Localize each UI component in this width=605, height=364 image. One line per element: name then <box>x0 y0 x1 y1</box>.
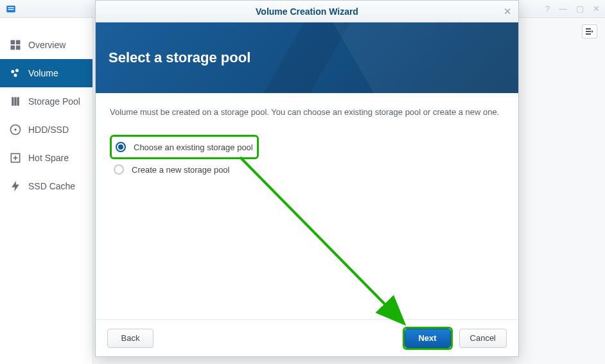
sidebar: Overview Volume Storage Pool HDD/SSD Hot… <box>0 18 93 364</box>
modal-footer: Back Next Cancel <box>96 319 518 356</box>
sidebar-item-ssd-cache[interactable]: SSD Cache <box>0 172 92 200</box>
back-button[interactable]: Back <box>107 329 153 348</box>
svg-rect-1 <box>8 7 14 8</box>
sidebar-item-label: Overview <box>28 40 66 50</box>
maximize-icon[interactable]: ▢ <box>576 4 584 13</box>
app-icon <box>5 3 17 15</box>
wizard-intro-text: Volume must be created on a storage pool… <box>110 107 504 117</box>
panel-toggle-icon <box>585 28 594 35</box>
sidebar-item-storage-pool[interactable]: Storage Pool <box>0 87 92 116</box>
radio-icon <box>114 164 124 175</box>
svg-rect-3 <box>11 40 15 45</box>
svg-point-14 <box>14 128 16 130</box>
hot-spare-icon <box>9 152 22 164</box>
svg-rect-2 <box>8 9 14 10</box>
sidebar-item-overview[interactable]: Overview <box>0 31 92 59</box>
ssd-cache-icon <box>9 180 22 193</box>
volume-creation-wizard-modal: Volume Creation Wizard ✕ Select a storag… <box>95 0 519 357</box>
sidebar-item-hdd-ssd[interactable]: HDD/SSD <box>0 116 92 144</box>
sidebar-item-volume[interactable]: Volume <box>0 59 92 87</box>
svg-point-9 <box>14 74 17 77</box>
radio-create-new-storage-pool[interactable]: Create a new storage pool <box>110 159 504 180</box>
sidebar-item-label: SSD Cache <box>28 181 75 191</box>
svg-point-7 <box>11 70 14 73</box>
svg-marker-18 <box>12 181 19 192</box>
highlight-next-button: Next <box>403 327 453 350</box>
highlight-existing-option: Choose an existing storage pool <box>110 135 259 159</box>
svg-point-8 <box>15 69 19 72</box>
svg-rect-4 <box>16 40 21 45</box>
cancel-button[interactable]: Cancel <box>459 329 507 348</box>
panel-toggle-button[interactable] <box>582 24 597 39</box>
radio-existing-storage-pool[interactable]: Choose an existing storage pool <box>112 137 257 157</box>
window-controls: ? — ▢ ✕ <box>545 4 600 13</box>
sidebar-item-hot-spare[interactable]: Hot Spare <box>0 144 92 172</box>
svg-rect-5 <box>11 46 15 50</box>
sidebar-item-label: Hot Spare <box>28 153 69 163</box>
minimize-icon[interactable]: — <box>559 4 567 13</box>
storage-pool-icon <box>9 95 22 108</box>
sidebar-item-label: HDD/SSD <box>28 125 69 135</box>
overview-icon <box>9 39 22 51</box>
radio-label: Create a new storage pool <box>132 165 229 175</box>
modal-banner: Select a storage pool <box>96 22 518 93</box>
svg-marker-22 <box>592 30 593 33</box>
sidebar-item-label: Volume <box>28 68 58 78</box>
modal-body: Volume must be created on a storage pool… <box>96 93 518 319</box>
wizard-heading: Select a storage pool <box>109 49 250 66</box>
close-icon[interactable]: ✕ <box>504 6 512 17</box>
next-button[interactable]: Next <box>405 329 451 348</box>
modal-title: Volume Creation Wizard <box>256 6 358 17</box>
modal-titlebar: Volume Creation Wizard ✕ <box>96 1 518 22</box>
help-icon[interactable]: ? <box>545 4 550 13</box>
svg-rect-11 <box>14 97 16 105</box>
sidebar-item-label: Storage Pool <box>28 96 80 107</box>
radio-label: Choose an existing storage pool <box>134 143 253 152</box>
volume-icon <box>9 67 22 80</box>
hdd-icon <box>9 123 22 136</box>
radio-icon <box>116 142 126 152</box>
close-window-icon[interactable]: ✕ <box>593 4 600 13</box>
svg-rect-6 <box>16 46 21 50</box>
svg-rect-12 <box>17 97 19 105</box>
svg-rect-10 <box>12 97 13 105</box>
